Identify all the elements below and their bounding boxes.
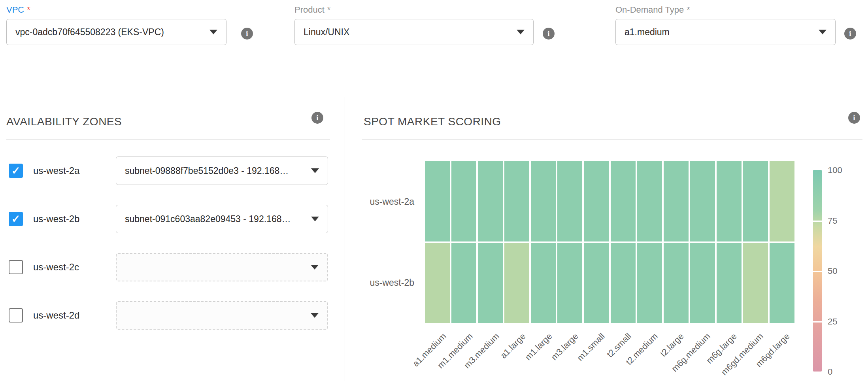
- heatmap-colorbar: [813, 170, 822, 372]
- check-icon: ✓: [11, 214, 21, 224]
- on-demand-type-select[interactable]: a1.medium: [615, 19, 836, 45]
- chevron-down-icon: [209, 30, 217, 34]
- zone-checkbox-us-west-2d[interactable]: ✓: [9, 308, 23, 323]
- colorbar-tick: 25: [828, 317, 837, 327]
- product-label-text: Product: [294, 5, 325, 15]
- on-demand-type-label-text: On-Demand Type: [615, 5, 684, 15]
- zone-label: us-west-2b: [33, 213, 79, 224]
- zone-label: us-west-2a: [33, 165, 79, 176]
- heatmap-cell: [451, 161, 476, 241]
- spot-market-info-icon[interactable]: i: [848, 112, 860, 124]
- heatmap-column-label: m3.large: [549, 331, 581, 362]
- heatmap-cell: [664, 243, 689, 323]
- heatmap-column-label: m1.small: [575, 331, 607, 363]
- zone-checkbox-us-west-2c[interactable]: ✓: [9, 260, 23, 274]
- heatmap-cell: [637, 243, 662, 323]
- vpc-label-text: VPC: [6, 5, 24, 15]
- heatmap-cell: [611, 243, 636, 323]
- vpc-info-icon[interactable]: i: [241, 28, 253, 40]
- availability-zones-title: AVAILABILITY ZONES: [6, 115, 122, 128]
- heatmap-cell: [770, 161, 794, 241]
- spot-market-rule: [362, 139, 862, 140]
- zone-row-us-west-2b: ✓ us-west-2b subnet-091c603aa82e09453 - …: [6, 205, 328, 233]
- zone-row-us-west-2c: ✓ us-west-2c: [6, 253, 328, 281]
- heatmap-cell: [557, 243, 582, 323]
- heatmap-cell: [637, 161, 662, 241]
- colorbar-tick: 75: [828, 216, 837, 226]
- chevron-down-icon: [311, 313, 319, 318]
- chevron-down-icon: [819, 30, 826, 34]
- on-demand-type-select-value: a1.medium: [625, 27, 812, 38]
- heatmap-cell: [504, 161, 529, 241]
- spot-configuration-page: VPC* vpc-0adcb70f645508223 (EKS-VPC) i P…: [0, 0, 868, 381]
- subnet-select-us-west-2b[interactable]: subnet-091c603aa82e09453 - 192.168…: [116, 205, 328, 233]
- chevron-down-icon: [517, 30, 525, 34]
- check-icon: ✓: [11, 166, 21, 176]
- heatmap-cell: [425, 243, 450, 323]
- on-demand-required-asterisk: *: [687, 5, 690, 15]
- heatmap-column-label: a1.large: [498, 331, 528, 361]
- chevron-down-icon: [311, 217, 319, 221]
- heatmap-cell: [451, 243, 476, 323]
- heatmap-row-label: us-west-2b: [354, 242, 414, 323]
- subnet-select-us-west-2c[interactable]: [116, 253, 328, 281]
- zone-row-us-west-2d: ✓ us-west-2d: [6, 301, 328, 330]
- heatmap-cell: [770, 243, 794, 323]
- colorbar-tick: 0: [828, 367, 832, 377]
- zone-checkbox-us-west-2a[interactable]: ✓: [9, 164, 23, 178]
- zone-label: us-west-2c: [33, 262, 79, 273]
- vpc-select-value: vpc-0adcb70f645508223 (EKS-VPC): [15, 27, 203, 38]
- heatmap-cell: [743, 161, 768, 241]
- heatmap-cell: [743, 243, 768, 323]
- colorbar-gap: [813, 321, 822, 323]
- subnet-select-value: subnet-09888f7be5152d0e3 - 192.168…: [125, 166, 305, 176]
- availability-zones-rule: [6, 139, 330, 140]
- on-demand-type-field: On-Demand Type* a1.medium: [615, 4, 836, 45]
- colorbar-tick: 50: [828, 266, 837, 276]
- colorbar-tick: 100: [828, 165, 842, 175]
- chevron-down-icon: [311, 168, 319, 173]
- on-demand-info-icon[interactable]: i: [844, 28, 856, 40]
- heatmap-y-axis: us-west-2aus-west-2b: [354, 161, 414, 323]
- colorbar-tick-labels: 1007550250: [828, 170, 863, 372]
- heatmap-cell: [504, 243, 529, 323]
- vpc-select[interactable]: vpc-0adcb70f645508223 (EKS-VPC): [6, 19, 226, 45]
- heatmap-cell: [584, 243, 609, 323]
- heatmap-cell: [557, 161, 582, 241]
- vpc-label: VPC*: [6, 4, 226, 16]
- heatmap-cell: [690, 161, 715, 241]
- vpc-field: VPC* vpc-0adcb70f645508223 (EKS-VPC): [6, 4, 226, 45]
- product-field: Product* Linux/UNIX: [294, 4, 534, 45]
- heatmap-cell: [531, 161, 556, 241]
- on-demand-type-label: On-Demand Type*: [615, 4, 836, 16]
- product-info-icon[interactable]: i: [543, 28, 555, 40]
- chevron-down-icon: [311, 265, 319, 270]
- heatmap-cell: [478, 161, 503, 241]
- heatmap-x-axis: a1.mediumm1.mediumm3.mediuma1.largem1.la…: [425, 326, 794, 380]
- product-select-value: Linux/UNIX: [304, 27, 510, 38]
- heatmap-cell: [664, 161, 689, 241]
- zone-checkbox-us-west-2b[interactable]: ✓: [9, 212, 23, 226]
- colorbar-gap: [813, 271, 822, 272]
- subnet-select-us-west-2d[interactable]: [116, 301, 328, 330]
- heatmap-grid: [425, 161, 794, 323]
- heatmap-cell: [478, 243, 503, 323]
- heatmap-row-label: us-west-2a: [354, 161, 414, 242]
- heatmap-column-label: m1.large: [523, 331, 554, 362]
- zone-row-us-west-2a: ✓ us-west-2a subnet-09888f7be5152d0e3 - …: [6, 157, 328, 185]
- heatmap-cell: [717, 243, 742, 323]
- availability-zones-info-icon[interactable]: i: [311, 112, 323, 124]
- product-select[interactable]: Linux/UNIX: [294, 19, 534, 45]
- heatmap-cell: [611, 161, 636, 241]
- heatmap-cell: [717, 161, 742, 241]
- subnet-select-value: subnet-091c603aa82e09453 - 192.168…: [125, 214, 305, 224]
- product-required-asterisk: *: [327, 5, 331, 15]
- spot-market-scoring-title: SPOT MARKET SCORING: [364, 115, 501, 128]
- product-label: Product*: [294, 4, 534, 16]
- vpc-required-asterisk: *: [27, 5, 30, 15]
- heatmap-cell: [690, 243, 715, 323]
- subnet-select-us-west-2a[interactable]: subnet-09888f7be5152d0e3 - 192.168…: [116, 157, 328, 185]
- heatmap-cell: [425, 161, 450, 241]
- zone-label: us-west-2d: [33, 310, 79, 321]
- colorbar-gap: [813, 221, 822, 222]
